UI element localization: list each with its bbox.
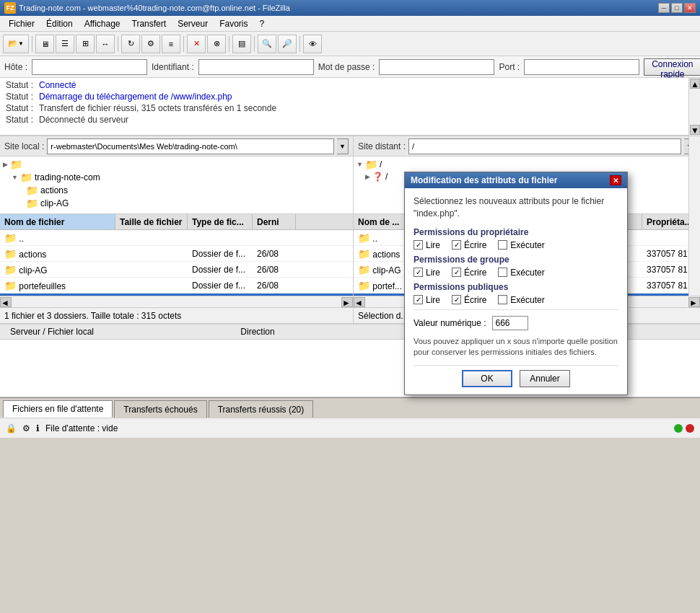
group-read-checkbox[interactable]: ✓ bbox=[414, 268, 423, 277]
dialog-divider bbox=[414, 309, 618, 310]
dialog-title-text: Modification des attributs du fichier bbox=[411, 175, 610, 185]
dialog-close-button[interactable]: ✕ bbox=[610, 175, 621, 185]
owner-write-label: Écrire bbox=[464, 240, 486, 250]
dialog-cancel-button[interactable]: Annuler bbox=[520, 370, 570, 387]
owner-read-label: Lire bbox=[426, 240, 440, 250]
public-execute: Exécuter bbox=[498, 295, 544, 305]
dialog-title-bar: Modification des attributs du fichier ✕ bbox=[405, 172, 627, 188]
owner-write: ✓ Écrire bbox=[452, 240, 486, 250]
owner-read-checkbox[interactable]: ✓ bbox=[414, 240, 423, 250]
numeric-label: Valeur numérique : bbox=[414, 318, 486, 328]
group-write-label: Écrire bbox=[464, 268, 486, 278]
group-write-checkbox[interactable]: ✓ bbox=[452, 268, 461, 277]
numeric-row: Valeur numérique : bbox=[414, 316, 618, 330]
owner-execute-label: Exécuter bbox=[510, 240, 544, 250]
owner-section-label: Permissions du propriétaire bbox=[414, 227, 618, 237]
public-execute-checkbox[interactable] bbox=[498, 295, 507, 304]
dialog-ok-button[interactable]: OK bbox=[462, 370, 512, 387]
public-read-label: Lire bbox=[426, 295, 440, 305]
owner-write-checkbox[interactable]: ✓ bbox=[452, 240, 461, 250]
public-execute-label: Exécuter bbox=[510, 295, 544, 305]
public-section-label: Permissions publiques bbox=[414, 282, 618, 292]
owner-permissions: ✓ Lire ✓ Écrire Exécuter bbox=[414, 240, 618, 250]
group-execute: Exécuter bbox=[498, 268, 544, 278]
dialog-body: Sélectionnez les nouveaux attributs pour… bbox=[405, 188, 627, 394]
owner-read: ✓ Lire bbox=[414, 240, 440, 250]
dialog-buttons: OK Annuler bbox=[414, 365, 618, 387]
dialog-overlay: Modification des attributs du fichier ✕ … bbox=[0, 0, 700, 613]
group-read: ✓ Lire bbox=[414, 268, 440, 278]
dialog-note: Vous pouvez appliquer un x sous n'import… bbox=[414, 336, 618, 358]
owner-execute-checkbox[interactable] bbox=[498, 240, 507, 250]
group-write: ✓ Écrire bbox=[452, 268, 486, 278]
group-permissions: ✓ Lire ✓ Écrire Exécuter bbox=[414, 268, 618, 278]
owner-execute: Exécuter bbox=[498, 240, 544, 250]
group-execute-label: Exécuter bbox=[510, 268, 544, 278]
file-attributes-dialog: Modification des attributs du fichier ✕ … bbox=[404, 172, 628, 395]
public-write: ✓ Écrire bbox=[452, 295, 486, 305]
public-permissions: ✓ Lire ✓ Écrire Exécuter bbox=[414, 295, 618, 305]
public-write-label: Écrire bbox=[464, 295, 486, 305]
group-read-label: Lire bbox=[426, 268, 440, 278]
public-read-checkbox[interactable]: ✓ bbox=[414, 295, 423, 304]
public-read: ✓ Lire bbox=[414, 295, 440, 305]
group-section-label: Permissions de groupe bbox=[414, 255, 618, 265]
group-execute-checkbox[interactable] bbox=[498, 268, 507, 277]
public-write-checkbox[interactable]: ✓ bbox=[452, 295, 461, 304]
numeric-input[interactable] bbox=[492, 316, 528, 330]
dialog-description: Sélectionnez les nouveaux attributs pour… bbox=[414, 195, 618, 220]
